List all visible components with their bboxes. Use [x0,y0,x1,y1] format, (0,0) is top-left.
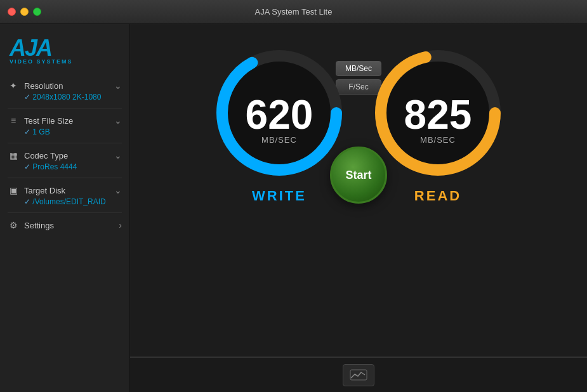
resolution-value: ✓ 2048x1080 2K-1080 [8,93,122,101]
target-disk-label: Target Disk [24,186,65,195]
minimize-button[interactable] [20,8,29,16]
test-file-size-icon: ≡ [8,115,19,126]
codec-type-header[interactable]: ▦ Codec Type ⌄ [8,150,122,161]
read-gauge-label: READ [414,188,461,204]
codec-type-value: ✓ ProRes 4444 [8,162,122,171]
test-file-size-left: ≡ Test File Size [8,115,73,126]
target-disk-left: ▣ Target Disk [8,185,65,196]
logo-area: AJA VIDEO SYSTEMS [0,30,129,76]
sidebar-item-settings[interactable]: ⚙ Settings › [0,216,129,235]
settings-icon: ⚙ [8,219,19,231]
read-gauge-unit: MB/SEC [420,135,456,145]
divider-2 [8,143,122,143]
resolution-header[interactable]: ✦ Resolution ⌄ [8,80,122,91]
bottom-chart [130,357,587,392]
write-gauge-value: 620 [246,95,313,135]
test-file-size-header[interactable]: ≡ Test File Size ⌄ [8,115,122,126]
divider-3 [8,178,122,178]
settings-left: ⚙ Settings [8,219,54,231]
chart-icon [350,369,367,381]
write-gauge-label: WRITE [252,188,307,204]
start-button[interactable]: Start [330,147,387,204]
sidebar-item-resolution[interactable]: ✦ Resolution ⌄ ✓ 2048x1080 2K-1080 [0,76,129,105]
codec-type-icon: ▦ [8,150,19,161]
test-file-size-label: Test File Size [24,116,73,126]
logo-subtext: VIDEO SYSTEMS [10,58,73,65]
chart-toggle-button[interactable] [343,364,374,386]
sidebar: AJA VIDEO SYSTEMS ✦ Resolution ⌄ ✓ 2048x… [0,24,130,392]
test-file-size-value: ✓ 1 GB [8,127,122,136]
title-bar: AJA System Test Lite [0,0,587,24]
window-controls[interactable] [8,8,41,16]
read-gauge-center: 825 MB/SEC [404,95,472,145]
main-content: MB/Sec F/Sec 620 MB/SEC WRITE [130,24,587,392]
target-disk-icon: ▣ [8,185,19,196]
read-gauge-container: 825 MB/SEC READ [368,43,508,204]
divider-1 [8,108,122,108]
app-title: AJA System Test Lite [255,7,333,16]
read-gauge-value: 825 [404,95,472,135]
settings-label: Settings [24,221,54,230]
target-disk-chevron-icon: ⌄ [114,185,122,195]
codec-type-left: ▦ Codec Type [8,150,68,161]
maximize-button[interactable] [33,8,41,16]
resolution-label: Resolution [24,81,63,91]
aja-logo: AJA VIDEO SYSTEMS [10,37,120,65]
resolution-icon: ✦ [8,80,19,91]
sidebar-item-target-disk[interactable]: ▣ Target Disk ⌄ ✓ /Volumes/EDIT_RAID [0,181,129,210]
resolution-chevron-icon: ⌄ [114,81,122,91]
target-disk-header[interactable]: ▣ Target Disk ⌄ [8,185,122,196]
test-file-size-chevron-icon: ⌄ [114,115,122,126]
chart-line-top [130,356,587,356]
divider-4 [8,212,122,213]
write-gauge-svg: 620 MB/SEC [209,43,349,183]
write-gauge-center: 620 MB/SEC [246,95,313,145]
resolution-left: ✦ Resolution [8,80,63,91]
logo-text: AJA [10,37,51,60]
codec-type-chevron-icon: ⌄ [114,150,122,160]
sidebar-item-test-file-size[interactable]: ≡ Test File Size ⌄ ✓ 1 GB [0,111,129,140]
target-disk-value: ✓ /Volumes/EDIT_RAID [8,197,122,206]
sidebar-item-codec-type[interactable]: ▦ Codec Type ⌄ ✓ ProRes 4444 [0,146,129,175]
settings-chevron-icon: › [119,220,122,230]
close-button[interactable] [8,8,16,16]
codec-type-label: Codec Type [24,151,68,160]
read-gauge-svg: 825 MB/SEC [368,43,508,183]
settings-header[interactable]: ⚙ Settings › [8,219,122,231]
write-gauge-unit: MB/SEC [261,135,297,145]
write-gauge-container: 620 MB/SEC WRITE [209,43,349,204]
